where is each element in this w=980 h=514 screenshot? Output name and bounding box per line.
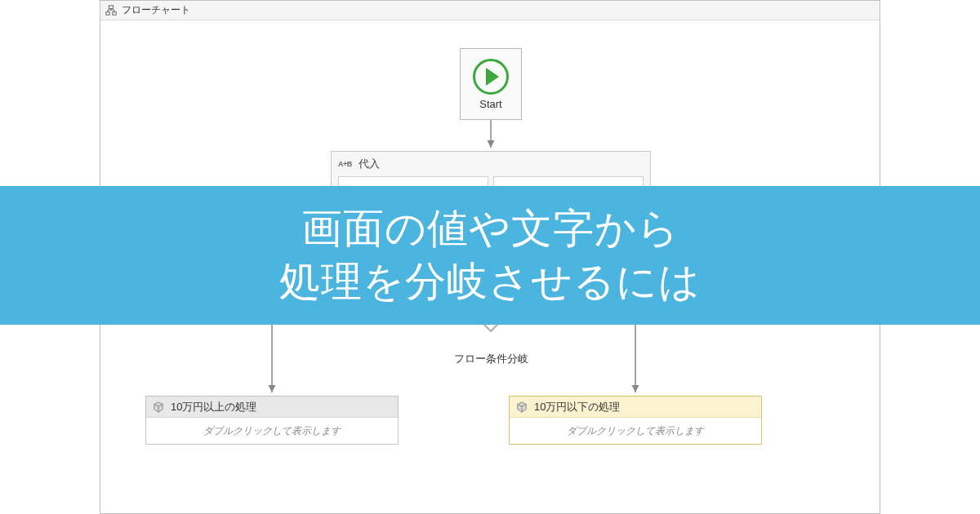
- start-node[interactable]: Start: [460, 48, 522, 120]
- activity-header: 10万円以下の処理: [510, 397, 761, 418]
- assign-icon: A+B: [338, 160, 352, 168]
- overlay-line-1: 画面の値や文字から: [301, 202, 679, 255]
- overlay-line-2: 処理を分岐させるには: [279, 255, 701, 308]
- svg-rect-2: [113, 11, 116, 15]
- svg-rect-1: [106, 11, 109, 15]
- panel-title: フローチャート: [122, 3, 190, 17]
- activity-title: 10万円以上の処理: [171, 400, 256, 414]
- play-icon: [473, 59, 509, 95]
- activity-body-hint: ダブルクリックして表示します: [510, 418, 761, 444]
- flow-decision-label: フロー条件分岐: [442, 352, 540, 366]
- assign-header: A+B 代入: [338, 155, 644, 176]
- activity-over-100k[interactable]: 10万円以上の処理 ダブルクリックして表示します: [145, 396, 399, 445]
- flowchart-icon: [105, 5, 117, 16]
- svg-rect-0: [109, 5, 113, 8]
- panel-header: フローチャート: [100, 1, 880, 20]
- activity-title: 10万円以下の処理: [534, 400, 620, 414]
- sequence-icon: [516, 401, 528, 413]
- assign-title: 代入: [359, 157, 380, 171]
- title-overlay: 画面の値や文字から 処理を分岐させるには: [0, 186, 980, 325]
- activity-header: 10万円以上の処理: [146, 397, 398, 418]
- activity-under-100k[interactable]: 10万円以下の処理 ダブルクリックして表示します: [509, 396, 762, 445]
- start-label: Start: [479, 98, 501, 110]
- sequence-icon: [153, 401, 164, 413]
- activity-body-hint: ダブルクリックして表示します: [146, 418, 398, 444]
